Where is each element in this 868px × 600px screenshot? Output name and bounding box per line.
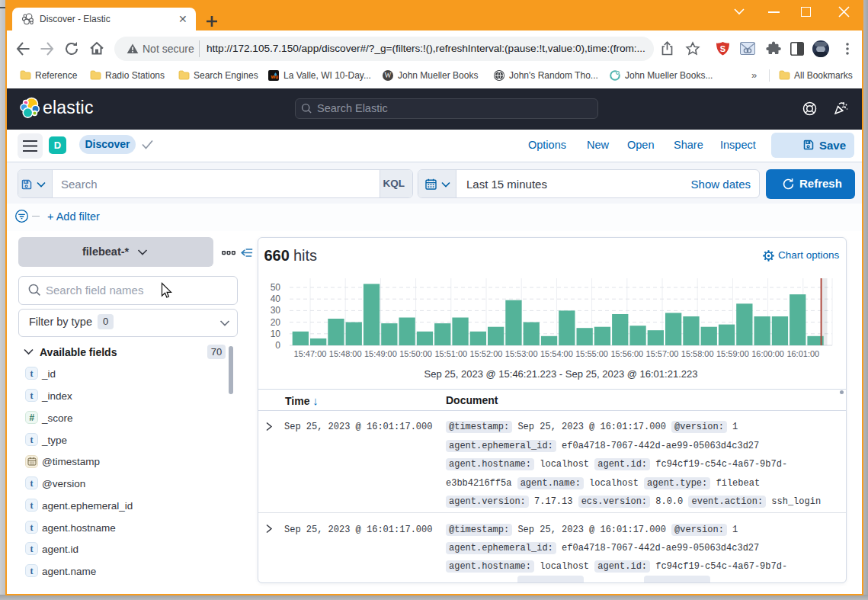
svg-text:15:53:00: 15:53:00 [505,349,538,358]
svg-text:15:58:00: 15:58:00 [681,349,714,358]
svg-text:0: 0 [275,340,280,351]
svg-text:10: 10 [271,329,281,339]
svg-text:20: 20 [271,317,281,328]
svg-text:15:52:00: 15:52:00 [470,349,503,358]
svg-text:W: W [385,72,392,79]
svg-text:15:48:00: 15:48:00 [329,349,362,358]
svg-text:50: 50 [271,282,281,293]
svg-text:40: 40 [271,294,281,304]
svg-text:15:56:00: 15:56:00 [610,349,643,358]
svg-text:15:57:00: 15:57:00 [646,349,679,358]
svg-text:16:01:00: 16:01:00 [786,349,819,358]
svg-text:15:54:00: 15:54:00 [540,349,573,358]
svg-text:15:50:00: 15:50:00 [399,349,432,358]
svg-text:15:59:00: 15:59:00 [716,349,749,358]
svg-text:30: 30 [271,305,281,316]
svg-text:S: S [720,44,725,53]
svg-text:15:51:00: 15:51:00 [434,349,467,358]
svg-text:15:49:00: 15:49:00 [364,349,397,358]
svg-text:15:47:00: 15:47:00 [294,349,327,358]
svg-text:15:55:00: 15:55:00 [575,349,608,358]
svg-text:wu: wu [271,74,279,79]
svg-text:16:00:00: 16:00:00 [751,349,784,358]
